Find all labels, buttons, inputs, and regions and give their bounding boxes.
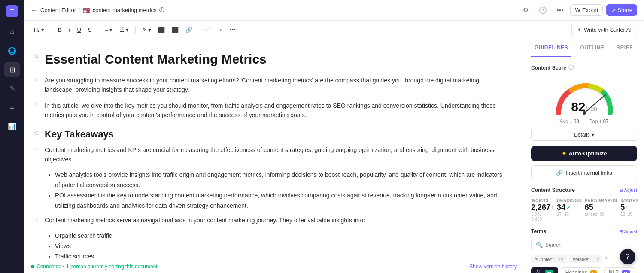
breadcrumb-editor[interactable]: Content Editor <box>40 7 76 13</box>
tab-brief[interactable]: BRIEF <box>613 39 637 57</box>
terms-adjust-button[interactable]: ⊞ Adjust <box>619 229 637 234</box>
help-button[interactable]: ? <box>620 249 635 264</box>
editor-sub-bullet-1[interactable]: Organic search traffic <box>55 231 503 241</box>
structure-header: Content Structure ⊞ Adjust <box>531 187 637 193</box>
tag-filter-market[interactable]: #Market - 12 <box>569 255 603 263</box>
strikethrough-button[interactable]: S <box>85 25 95 35</box>
editor-footer-inner: Connected • 1 person currently editing t… <box>24 260 524 273</box>
star-icon: ✦ <box>562 150 566 157</box>
highlight-button[interactable]: ✎ ▾ <box>139 25 154 35</box>
tag-filter-chevron[interactable]: ▾ <box>605 255 608 263</box>
sidebar-icon-grid[interactable]: ⊞ <box>4 62 20 77</box>
term-tab-nlp-badge: 65 <box>622 270 630 273</box>
topbar-info-icon[interactable]: ⓘ <box>159 6 164 14</box>
stat-card-label-images: IMAGES <box>620 198 638 203</box>
stat-card-images: IMAGES 5 ↑ 12–20 <box>620 198 638 221</box>
terms-header: Terms ⊞ Adjust <box>531 228 637 234</box>
write-ai-button[interactable]: ✦ Write with Surfer AI <box>571 24 637 36</box>
editor-bullet-2[interactable]: ROI assessment is the key to understandi… <box>55 191 503 211</box>
bold-button[interactable]: B <box>55 25 64 35</box>
top-arrow-icon: ↕ <box>599 118 601 124</box>
gauge-number: 82/100 <box>571 100 597 114</box>
wordpress-icon: W <box>575 7 580 13</box>
arrow-up-icon-paragraphs: ↑ <box>594 205 596 210</box>
term-tab-all[interactable]: All 80 <box>531 267 558 273</box>
topbar: ← Content Editor / 🇺🇸 content marketing … <box>24 0 644 21</box>
structure-title: Content Structure <box>531 187 575 193</box>
stat-card-range-paragraphs: at least 85 <box>585 212 617 217</box>
editor-para-4[interactable]: Content marketing metrics serve as navig… <box>45 215 503 225</box>
stat-card-value-headings: 34 ✓ <box>557 203 581 212</box>
stat-card-value-images: 5 ↑ <box>620 203 638 212</box>
more-button[interactable]: ••• <box>553 3 567 17</box>
panel-tabs: GUIDELINES OUTLINE BRIEF <box>524 39 644 57</box>
tab-guidelines[interactable]: GUIDELINES <box>531 39 571 57</box>
adjust-button[interactable]: ⊞ Adjust <box>619 188 637 193</box>
term-tab-headings[interactable]: Headings 5 <box>561 267 601 273</box>
tab-outline[interactable]: OUTLINE <box>577 39 608 57</box>
stat-card-range-words: 3,043–3,499 <box>531 212 553 221</box>
italic-button[interactable]: I <box>66 25 73 35</box>
search-input[interactable] <box>545 242 632 248</box>
tag-filter-content[interactable]: #Content - 14 <box>531 255 567 263</box>
gauge-container: 82/100 <box>531 76 637 115</box>
stat-card-value-paragraphs: 65 ↑ <box>585 203 617 212</box>
sidebar-icon-chart[interactable]: 📊 <box>4 118 20 134</box>
share-icon: ↗ <box>611 7 616 13</box>
toolbar-sep-4 <box>199 26 199 34</box>
sidebar-icon-edit[interactable]: ✎ <box>4 81 20 96</box>
heading-select[interactable]: H₃ ▾ <box>31 25 47 35</box>
clock-button[interactable]: 🕐 <box>536 3 550 17</box>
image-button[interactable]: ⬛ <box>169 25 182 35</box>
term-tab-nlp[interactable]: NLP 65 <box>604 267 635 273</box>
back-button[interactable]: ← <box>31 7 37 14</box>
stat-card-label-words: WORDS <box>531 198 553 203</box>
search-box[interactable]: 🔍 <box>531 239 637 251</box>
para-block-4: p Content marketing metrics serve as nav… <box>45 215 503 225</box>
format-group: B I U S <box>55 25 94 35</box>
share-button[interactable]: ↗ Share <box>606 4 637 16</box>
insert-group: ✎ ▾ ⬛ ⬛ 🔗 <box>139 25 195 35</box>
stat-card-value-words: 2,267 ↑ <box>531 203 553 212</box>
list-button[interactable]: ☰ ▾ <box>116 25 132 35</box>
settings-button[interactable]: ⚙ <box>519 3 532 17</box>
auto-optimize-button[interactable]: ✦ Auto-Optimize <box>531 146 637 161</box>
score-info-icon[interactable]: ⓘ <box>568 64 574 71</box>
editor-footer: Connected • 1 person currently editing t… <box>24 260 524 273</box>
editor-h2[interactable]: Key Takeaways <box>45 129 503 140</box>
editor-bullet-1[interactable]: Web analytics tools provide insights int… <box>55 170 503 191</box>
export-button[interactable]: W Export <box>570 4 603 16</box>
more-options-button[interactable]: ••• <box>227 25 239 35</box>
editor-sub-bullet-2[interactable]: Views <box>55 241 503 252</box>
stat-card-label-headings: HEADINGS <box>557 198 581 203</box>
heading-group: H₃ ▾ <box>31 25 47 35</box>
terms-title: Terms <box>531 228 546 234</box>
content-structure-section: Content Structure ⊞ Adjust WORDS 2,267 ↑… <box>531 187 637 221</box>
insert-links-button[interactable]: 🔗 Insert internal links <box>531 165 637 180</box>
toolbar: H₃ ▾ B I U S ≡ ▾ ☰ ▾ ✎ ▾ <box>24 21 644 39</box>
content-score-section: Content Score ⓘ <box>531 64 637 180</box>
para-label-2: p <box>35 102 38 107</box>
align-button[interactable]: ≡ ▾ <box>102 25 115 35</box>
sidebar-icon-home[interactable]: ⌂ <box>4 24 20 39</box>
editor-para-3[interactable]: Content marketing metrics and KPIs are c… <box>45 145 503 164</box>
editor-para-2[interactable]: In this article, we dive into the key me… <box>45 101 503 120</box>
editor-sub-bullet-list: Organic search traffic Views Traffic sou… <box>45 231 503 261</box>
sidebar-icon-list[interactable]: ≡ <box>4 100 20 115</box>
redo-button[interactable]: ↪ <box>214 25 225 35</box>
underline-button[interactable]: U <box>74 25 84 35</box>
undo-button[interactable]: ↩ <box>203 25 213 35</box>
breadcrumb-doc[interactable]: content marketing metrics <box>93 7 157 13</box>
details-button[interactable]: Details ▾ <box>531 129 637 141</box>
crop-button[interactable]: ⬛ <box>155 25 168 35</box>
editor[interactable]: h1 Essential Content Marketing Metrics p… <box>24 39 524 273</box>
arrow-up-icon-words: ↑ <box>551 205 553 210</box>
sidebar-icon-globe[interactable]: 🌐 <box>4 43 20 58</box>
editor-title[interactable]: Essential Content Marketing Metrics <box>45 52 503 67</box>
link-button[interactable]: 🔗 <box>182 25 195 35</box>
sidebar-avatar[interactable]: T <box>6 5 18 17</box>
highlight-icon: ✎ <box>142 27 147 33</box>
version-history-button[interactable]: Show version history <box>469 264 517 270</box>
editor-para-1[interactable]: Are you struggling to measure success in… <box>45 76 503 95</box>
stat-card-range-headings: 27–40 <box>557 212 581 217</box>
